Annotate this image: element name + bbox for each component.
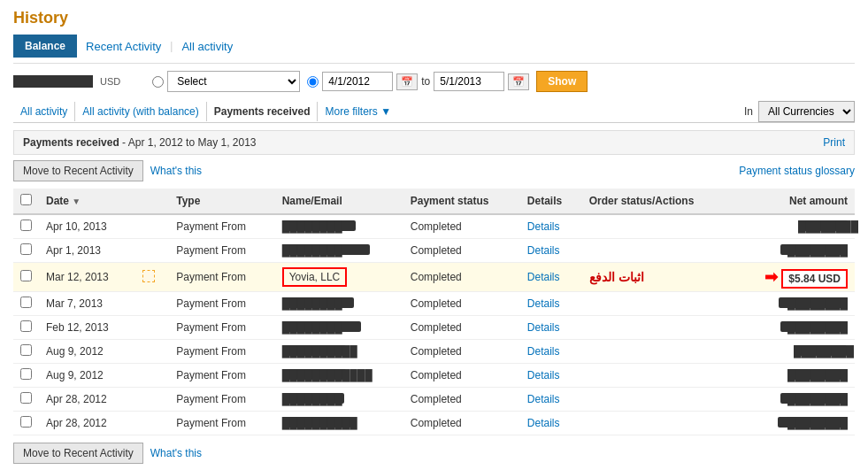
redacted-amount: ████████ (780, 244, 848, 255)
move-to-recent-btn-bottom[interactable]: Move to Recent Activity (13, 443, 143, 464)
table-row: Apr 1, 2013Payment From████████Completed… (13, 239, 855, 263)
table-row: Mar 7, 2013Payment From████████Completed… (13, 292, 855, 316)
row-checkbox[interactable] (20, 392, 32, 404)
row-checkbox-cell (13, 292, 39, 316)
row-order-status: اثبات الدفع (582, 263, 733, 292)
radio-select-option[interactable]: Select (152, 71, 300, 92)
row-status: Completed (403, 340, 520, 364)
row-date: Apr 1, 2013 (39, 239, 135, 263)
date-to-input[interactable] (434, 72, 504, 91)
row-checkbox-cell (13, 263, 39, 292)
row-details-cell: Details (520, 340, 582, 364)
calendar-to-btn[interactable]: 📅 (508, 73, 529, 90)
row-icon-cell (135, 292, 169, 316)
to-label: to (421, 75, 430, 88)
payment-icon (142, 270, 155, 282)
sub-nav: All activity All activity (with balance)… (13, 101, 855, 123)
nav-separator: | (170, 40, 173, 52)
spacer (127, 75, 145, 88)
move-to-recent-btn-top[interactable]: Move to Recent Activity (13, 160, 143, 181)
details-link[interactable]: Details (527, 417, 560, 429)
row-icon-cell (135, 340, 169, 364)
all-activity-link[interactable]: All activity (13, 102, 75, 121)
row-type: Payment From (169, 340, 274, 364)
row-date: Apr 28, 2012 (39, 412, 135, 435)
row-amount: ████████ (733, 412, 855, 435)
balance-tab[interactable]: Balance (13, 35, 77, 58)
row-checkbox[interactable] (20, 220, 32, 231)
filter-select-dropdown[interactable]: Select (167, 71, 300, 92)
redacted-name: ████████ (282, 393, 344, 404)
details-link[interactable]: Details (527, 393, 560, 405)
row-order-status (582, 239, 733, 263)
redacted-amount: ████████ (780, 321, 848, 332)
details-link[interactable]: Details (527, 244, 560, 257)
redacted-name: ████████ (282, 297, 354, 308)
radio-date-option[interactable]: 📅 to 📅 (307, 72, 529, 91)
table-row: Apr 10, 2013Payment From████████Complete… (13, 214, 855, 239)
row-name: ████████ (275, 388, 403, 412)
row-order-status (582, 292, 733, 316)
row-status: Completed (403, 292, 520, 316)
row-checkbox-cell (13, 239, 39, 263)
row-details-cell: Details (520, 214, 582, 239)
details-link[interactable]: Details (527, 220, 560, 233)
row-status: Completed (403, 239, 520, 263)
details-link[interactable]: Details (527, 297, 560, 310)
details-link[interactable]: Details (527, 321, 560, 334)
row-checkbox[interactable] (20, 270, 32, 281)
sort-icon: ▼ (72, 196, 81, 206)
row-type: Payment From (169, 263, 274, 292)
row-type: Payment From (169, 292, 274, 316)
radio-date[interactable] (307, 76, 319, 88)
row-amount: ████████ (733, 364, 855, 388)
glossary-link[interactable]: Payment status glossary (739, 165, 855, 177)
table-row: Mar 12, 2013Payment FromYovia, LLCComple… (13, 263, 855, 292)
row-status: Completed (403, 364, 520, 388)
row-details-cell: Details (520, 316, 582, 340)
currency-select[interactable]: All Currencies (758, 101, 855, 122)
all-activity-balance-link[interactable]: All activity (with balance) (75, 102, 206, 121)
whats-this-link-top[interactable]: What's this (150, 165, 202, 177)
row-checkbox[interactable] (20, 243, 32, 255)
row-checkbox[interactable] (20, 344, 32, 356)
filter-row: USD Select 📅 to 📅 Show (13, 71, 855, 92)
row-name: Yovia, LLC (275, 263, 403, 292)
row-date: Feb 12, 2013 (39, 316, 135, 340)
row-order-status (582, 316, 733, 340)
section-date-range: - Apr 1, 2012 to May 1, 2013 (119, 136, 257, 149)
row-date: Aug 9, 2012 (39, 340, 135, 364)
table-row: Aug 9, 2012Payment From████████████Compl… (13, 364, 855, 388)
select-all-checkbox[interactable] (20, 194, 32, 205)
redacted-amount: ████████ (778, 417, 848, 428)
row-date: Mar 12, 2013 (39, 263, 135, 292)
date-from-input[interactable] (322, 72, 393, 91)
redacted-amount: ████████ (787, 369, 848, 380)
row-checkbox[interactable] (20, 368, 32, 380)
row-checkbox-cell (13, 364, 39, 388)
table-row: Apr 28, 2012Payment From████████Complete… (13, 388, 855, 412)
th-name: Name/Email (275, 189, 403, 214)
details-link[interactable]: Details (527, 271, 560, 283)
row-checkbox[interactable] (20, 416, 32, 428)
radio-select[interactable] (152, 76, 164, 88)
row-checkbox-cell (13, 412, 39, 435)
calendar-from-btn[interactable]: 📅 (396, 73, 418, 90)
whats-this-link-bottom[interactable]: What's this (150, 447, 202, 459)
print-link[interactable]: Print (823, 136, 845, 149)
section-header: Payments received - Apr 1, 2012 to May 1… (13, 130, 855, 155)
all-activity-tab[interactable]: All activity (181, 40, 233, 53)
more-filters-link[interactable]: More filters ▼ (318, 102, 398, 121)
row-checkbox[interactable] (20, 320, 32, 332)
row-checkbox[interactable] (20, 297, 32, 308)
redacted-name: ████████████ (282, 369, 346, 380)
details-link[interactable]: Details (527, 345, 560, 358)
balance-display (13, 75, 93, 88)
th-status: Payment status (403, 189, 520, 214)
payments-received-link[interactable]: Payments received (207, 102, 319, 121)
row-name: ██████████ (275, 340, 403, 364)
show-button[interactable]: Show (536, 71, 588, 92)
arabic-annotation: اثبات الدفع (589, 270, 644, 284)
recent-activity-tab[interactable]: Recent Activity (86, 40, 161, 53)
details-link[interactable]: Details (527, 369, 560, 381)
